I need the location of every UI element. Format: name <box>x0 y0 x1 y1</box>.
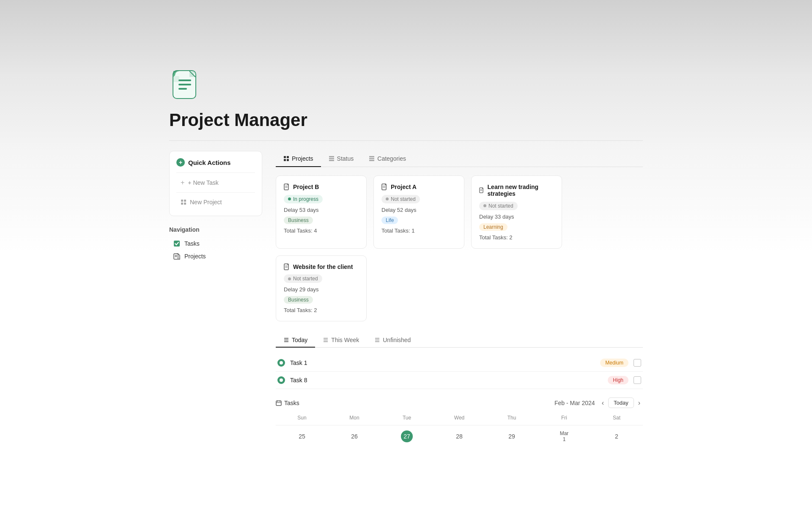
page-title: Project Manager <box>169 110 643 130</box>
new-task-button[interactable]: + + New Task <box>176 175 255 190</box>
cal-date-mar1[interactable]: Mar 1 <box>538 427 590 446</box>
card-trading-doc-icon <box>479 187 484 194</box>
project-card-a[interactable]: Project A Not started Delay 52 days Life… <box>373 175 464 249</box>
card-b-dot <box>288 197 291 200</box>
nav-item-projects[interactable]: Projects <box>169 250 262 263</box>
card-website-tasks: Total Tasks: 2 <box>284 307 359 313</box>
card-trading-status: Not started <box>479 202 518 210</box>
svg-rect-16 <box>284 159 286 161</box>
task-1-icon-inner <box>280 361 283 364</box>
calendar-today-button[interactable]: Today <box>608 397 634 408</box>
calendar-next-button[interactable]: › <box>636 398 643 408</box>
card-website-title-row: Website for the client <box>284 263 359 270</box>
card-a-tags: Life <box>381 217 456 224</box>
svg-rect-23 <box>369 160 374 161</box>
cal-label-sun: Sun <box>276 413 328 422</box>
card-website-doc-icon <box>284 263 290 270</box>
project-card-b[interactable]: Project B In progress Delay 53 days Busi… <box>276 175 367 249</box>
tasks-nav-label: Tasks <box>184 240 200 247</box>
sidebar: + Quick Actions + + New Task New <box>169 151 262 263</box>
main-content: Projects Status Catego <box>276 151 643 446</box>
svg-rect-7 <box>184 200 186 202</box>
svg-rect-2 <box>178 79 191 81</box>
task-tab-thisweek-label: This Week <box>331 337 359 343</box>
card-trading-title-row: Learn new trading strategies <box>479 184 554 197</box>
main-tabs: Projects Status Catego <box>276 151 643 167</box>
svg-rect-19 <box>329 158 334 159</box>
card-a-title: Project A <box>391 184 417 190</box>
svg-rect-9 <box>184 203 186 205</box>
card-website-title: Website for the client <box>293 263 353 270</box>
page-icon <box>169 68 203 101</box>
quick-actions-header: + Quick Actions <box>176 158 255 167</box>
svg-rect-21 <box>369 156 374 157</box>
calendar-tasks-text: Tasks <box>284 400 299 406</box>
task-1-checkbox[interactable] <box>634 359 641 367</box>
calendar-tasks-label: Tasks <box>276 400 299 406</box>
quick-actions-icon: + <box>176 158 185 167</box>
svg-rect-8 <box>181 203 183 205</box>
new-project-button[interactable]: New Project <box>176 195 255 209</box>
svg-rect-18 <box>329 156 334 157</box>
cal-date-27-today[interactable]: 27 <box>381 427 433 446</box>
cal-date-2[interactable]: 2 <box>590 427 643 446</box>
cal-label-wed: Wed <box>433 413 486 422</box>
task-tab-thisweek[interactable]: This Week <box>315 333 367 348</box>
cal-date-28[interactable]: 28 <box>433 427 486 446</box>
svg-rect-20 <box>329 160 334 161</box>
card-trading-delay: Delay 33 days <box>479 214 554 220</box>
calendar-section: Tasks Feb - Mar 2024 ‹ Today › Sun Mon T… <box>276 397 643 446</box>
calendar-tasks-icon <box>276 400 282 406</box>
cal-date-26[interactable]: 26 <box>328 427 381 446</box>
categories-icon <box>369 156 375 162</box>
calendar-month-label: Feb - Mar 2024 <box>554 400 595 406</box>
task-tab-unfinished[interactable]: Unfinished <box>367 333 418 348</box>
nav-title: Navigation <box>169 226 262 233</box>
tab-status[interactable]: Status <box>321 151 362 167</box>
cal-date-29[interactable]: 29 <box>486 427 538 446</box>
task-row-8[interactable]: Task 8 High <box>276 372 643 389</box>
svg-rect-17 <box>287 159 289 161</box>
new-task-label: + New Task <box>188 179 219 186</box>
projects-nav-label: Projects <box>184 253 206 260</box>
task-8-checkbox[interactable] <box>634 376 641 384</box>
new-task-plus: + <box>181 179 184 186</box>
qa-divider2 <box>176 192 255 193</box>
new-project-label: New Project <box>190 199 222 206</box>
tab-projects[interactable]: Projects <box>276 151 321 167</box>
task-tabs: Today This Week Unfini <box>276 333 643 348</box>
cal-label-sat: Sat <box>590 413 643 422</box>
cal-label-fri: Fri <box>538 413 590 422</box>
project-card-website[interactable]: Website for the client Not started Delay… <box>276 255 367 322</box>
unfinished-list-icon <box>374 337 380 343</box>
cal-date-25[interactable]: 25 <box>276 427 328 446</box>
card-b-tag-business: Business <box>284 217 313 224</box>
task-row-1[interactable]: Task 1 Medium <box>276 354 643 372</box>
tab-categories[interactable]: Categories <box>361 151 414 167</box>
svg-rect-5 <box>173 76 179 82</box>
thisweek-list-icon <box>323 337 329 343</box>
project-card-trading[interactable]: Learn new trading strategies Not started… <box>471 175 562 249</box>
task-8-icon-inner <box>280 378 283 382</box>
nav-item-tasks[interactable]: Tasks <box>169 237 262 250</box>
card-website-delay: Delay 29 days <box>284 286 359 293</box>
calendar-header: Tasks Feb - Mar 2024 ‹ Today › <box>276 397 643 408</box>
cal-label-thu: Thu <box>486 413 538 422</box>
grid-icon <box>283 156 289 162</box>
projects-nav-icon <box>173 253 180 260</box>
status-icon <box>329 156 335 162</box>
calendar-day-headers: Sun Mon Tue Wed Thu Fri Sat <box>276 413 643 425</box>
card-b-tags: Business <box>284 217 359 224</box>
svg-rect-4 <box>178 88 187 90</box>
card-website-dot <box>288 277 291 280</box>
quick-actions-card: + Quick Actions + + New Task New <box>169 151 262 216</box>
task-1-name: Task 1 <box>290 359 600 366</box>
card-trading-tag-learning: Learning <box>479 223 508 231</box>
task-8-status-icon <box>277 376 285 384</box>
cal-label-mon: Mon <box>328 413 381 422</box>
task-tab-today[interactable]: Today <box>276 333 315 348</box>
svg-rect-14 <box>284 156 286 158</box>
task-8-name: Task 8 <box>290 377 608 384</box>
calendar-prev-button[interactable]: ‹ <box>599 398 606 408</box>
card-trading-dot <box>483 204 486 207</box>
